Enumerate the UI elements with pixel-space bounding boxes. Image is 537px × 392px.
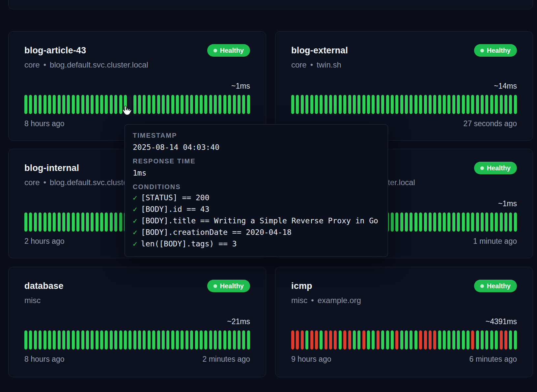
status-bar[interactable] bbox=[367, 95, 370, 114]
status-bar[interactable] bbox=[334, 95, 337, 114]
status-bar[interactable] bbox=[357, 95, 360, 114]
status-bar[interactable] bbox=[438, 95, 441, 114]
status-bar[interactable] bbox=[148, 330, 151, 350]
status-bar[interactable] bbox=[81, 212, 84, 232]
status-bar[interactable] bbox=[433, 330, 436, 350]
status-bar[interactable] bbox=[334, 330, 337, 350]
status-bar[interactable] bbox=[476, 330, 479, 350]
status-bar[interactable] bbox=[228, 330, 231, 350]
status-bar[interactable] bbox=[476, 212, 479, 232]
status-bar[interactable] bbox=[485, 212, 488, 232]
status-bar[interactable] bbox=[433, 95, 436, 114]
status-bar[interactable] bbox=[76, 330, 79, 350]
status-bar[interactable] bbox=[500, 330, 503, 350]
status-bar[interactable] bbox=[414, 95, 417, 114]
status-bar[interactable] bbox=[329, 95, 332, 114]
status-bar[interactable] bbox=[195, 330, 198, 350]
status-bar[interactable] bbox=[490, 212, 493, 232]
status-bar[interactable] bbox=[424, 95, 427, 114]
status-bar[interactable] bbox=[238, 95, 240, 114]
status-bar[interactable] bbox=[343, 330, 346, 350]
status-bar[interactable] bbox=[110, 95, 113, 114]
status-bar[interactable] bbox=[500, 95, 503, 114]
status-bar[interactable] bbox=[223, 95, 226, 114]
status-bar[interactable] bbox=[247, 95, 250, 114]
status-bar[interactable] bbox=[223, 330, 226, 350]
status-bar[interactable] bbox=[143, 330, 146, 350]
status-bar[interactable] bbox=[119, 95, 122, 114]
uptime-bars[interactable] bbox=[291, 95, 517, 114]
status-bar[interactable] bbox=[166, 330, 169, 350]
status-bar[interactable] bbox=[200, 330, 203, 350]
status-bar[interactable] bbox=[452, 330, 455, 350]
status-bar[interactable] bbox=[100, 330, 103, 350]
status-bar[interactable] bbox=[81, 95, 84, 114]
status-bar[interactable] bbox=[438, 330, 441, 350]
status-bar[interactable] bbox=[233, 95, 236, 114]
status-bar[interactable] bbox=[471, 95, 474, 114]
status-bar[interactable] bbox=[462, 330, 465, 350]
status-bar[interactable] bbox=[381, 95, 384, 114]
status-bar[interactable] bbox=[43, 330, 46, 350]
status-bar[interactable] bbox=[400, 330, 403, 350]
status-bar[interactable] bbox=[320, 330, 323, 350]
status-bar[interactable] bbox=[476, 95, 479, 114]
status-bar[interactable] bbox=[429, 212, 432, 232]
status-bar[interactable] bbox=[105, 95, 108, 114]
status-bar[interactable] bbox=[419, 95, 422, 114]
status-bar[interactable] bbox=[195, 95, 198, 114]
status-bar[interactable] bbox=[24, 330, 27, 350]
status-bar[interactable] bbox=[481, 212, 484, 232]
status-bar[interactable] bbox=[24, 95, 27, 114]
status-bar[interactable] bbox=[86, 330, 89, 350]
status-bar[interactable] bbox=[495, 212, 498, 232]
status-bar[interactable] bbox=[128, 330, 131, 350]
status-bar[interactable] bbox=[119, 212, 122, 232]
status-bar[interactable] bbox=[157, 330, 160, 350]
service-card-icmp[interactable]: icmp Healthy misc•example.org ~4391ms 9 … bbox=[275, 267, 533, 377]
status-bar[interactable] bbox=[138, 330, 141, 350]
status-bar[interactable] bbox=[204, 95, 207, 114]
status-bar[interactable] bbox=[301, 95, 304, 114]
status-bar[interactable] bbox=[204, 330, 207, 350]
status-bar[interactable] bbox=[310, 330, 313, 350]
status-bar[interactable] bbox=[128, 95, 131, 114]
status-bar[interactable] bbox=[67, 212, 70, 232]
status-bar[interactable] bbox=[171, 95, 174, 114]
status-bar[interactable] bbox=[209, 330, 212, 350]
status-bar[interactable] bbox=[367, 330, 370, 350]
status-bar[interactable] bbox=[214, 330, 217, 350]
status-bar[interactable] bbox=[325, 330, 327, 350]
status-bar[interactable] bbox=[48, 330, 51, 350]
status-bar[interactable] bbox=[372, 330, 375, 350]
status-bar[interactable] bbox=[509, 95, 512, 114]
status-bar[interactable] bbox=[466, 212, 469, 232]
status-bar[interactable] bbox=[481, 330, 484, 350]
status-bar[interactable] bbox=[119, 330, 122, 350]
status-bar[interactable] bbox=[181, 330, 184, 350]
status-bar[interactable] bbox=[457, 212, 460, 232]
uptime-bars[interactable] bbox=[24, 95, 250, 114]
status-bar[interactable] bbox=[433, 212, 436, 232]
status-bar[interactable] bbox=[405, 95, 408, 114]
status-bar[interactable] bbox=[200, 95, 203, 114]
uptime-bars[interactable] bbox=[24, 330, 250, 350]
status-bar[interactable] bbox=[247, 330, 250, 350]
status-bar[interactable] bbox=[214, 95, 217, 114]
status-bar[interactable] bbox=[105, 212, 108, 232]
status-bar[interactable] bbox=[218, 330, 221, 350]
status-bar[interactable] bbox=[162, 330, 165, 350]
status-bar[interactable] bbox=[348, 95, 351, 114]
status-bar[interactable] bbox=[447, 95, 450, 114]
status-bar[interactable] bbox=[296, 330, 299, 350]
status-bar[interactable] bbox=[362, 330, 365, 350]
status-bar[interactable] bbox=[114, 330, 117, 350]
status-bar[interactable] bbox=[353, 95, 356, 114]
status-bar[interactable] bbox=[72, 212, 75, 232]
status-bar[interactable] bbox=[419, 212, 422, 232]
status-bar[interactable] bbox=[377, 330, 380, 350]
status-bar[interactable] bbox=[391, 212, 394, 232]
status-bar[interactable] bbox=[190, 95, 193, 114]
status-bar[interactable] bbox=[91, 330, 94, 350]
status-bar[interactable] bbox=[357, 330, 360, 350]
